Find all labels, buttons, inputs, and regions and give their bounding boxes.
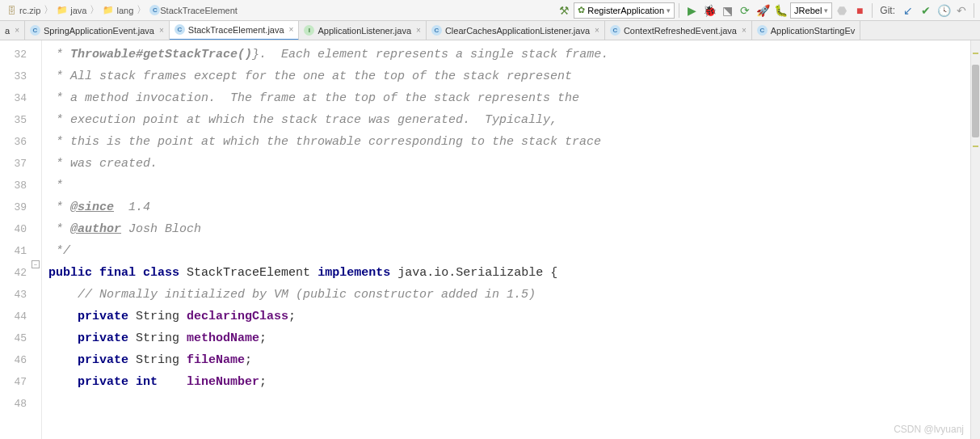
class-icon: C	[610, 25, 620, 36]
chevron-right-icon: 〉	[90, 3, 99, 17]
class-icon: C	[757, 25, 768, 36]
breadcrumb-item-java[interactable]: 📁java	[54, 5, 89, 16]
line-number[interactable]: 47	[0, 371, 27, 393]
interface-icon: I	[304, 25, 314, 36]
line-number[interactable]: 33	[0, 65, 27, 87]
spring-icon: ✿	[578, 5, 585, 15]
vertical-scrollbar[interactable]	[970, 40, 980, 439]
debug-icon[interactable]: 🐞	[701, 2, 717, 19]
line-number[interactable]: 45	[0, 327, 27, 349]
line-number[interactable]: 40	[0, 218, 27, 240]
scrollbar-marker[interactable]	[973, 53, 978, 54]
jrebel-dropdown[interactable]: JRebel ▾	[790, 2, 832, 19]
watermark: CSDN @lvyuanj	[894, 424, 964, 435]
breadcrumb[interactable]: 🗄rc.zip 〉 📁java 〉 📁lang 〉 CStackTraceEle…	[3, 3, 240, 17]
fold-icon[interactable]: –	[32, 260, 40, 268]
git-commit-icon[interactable]: ✔	[918, 2, 934, 19]
line-number[interactable]: 36	[0, 131, 27, 153]
tab-context-refreshed-event[interactable]: CContextRefreshedEvent.java×	[605, 21, 752, 40]
scrollbar-marker[interactable]	[973, 146, 978, 147]
tab-application-listener[interactable]: IApplicationListener.java×	[299, 21, 426, 40]
attach-icon[interactable]: ⬣	[834, 2, 850, 19]
breadcrumb-item-class[interactable]: CStackTraceElement	[147, 5, 240, 15]
tab-clear-caches-listener[interactable]: CClearCachesApplicationListener.java×	[427, 21, 605, 40]
editor: 32 33 34 35 36 37 38 39 40 41 42 43 44 4…	[0, 40, 980, 439]
chevron-down-icon: ▾	[824, 6, 828, 15]
hammer-icon[interactable]: ⚒	[556, 2, 572, 19]
class-icon: C	[431, 25, 442, 36]
run-icon[interactable]: ▶	[683, 2, 700, 19]
line-number[interactable]: 46	[0, 349, 27, 371]
line-gutter[interactable]: 32 33 34 35 36 37 38 39 40 41 42 43 44 4…	[0, 40, 42, 439]
code-area[interactable]: * Throwable#getStackTrace()}. Each eleme…	[42, 40, 980, 439]
line-number[interactable]: 32	[0, 44, 27, 65]
line-number[interactable]: 42	[0, 262, 27, 284]
git-label: Git:	[877, 5, 898, 16]
class-icon: C	[175, 24, 185, 35]
line-number[interactable]: 38	[0, 175, 27, 196]
line-number[interactable]: 37	[0, 153, 27, 175]
run-config-dropdown[interactable]: ✿ RegisterApplication ▾	[574, 2, 675, 19]
breadcrumb-item-rczip[interactable]: 🗄rc.zip	[3, 5, 43, 16]
line-number[interactable]: 39	[0, 196, 27, 218]
git-update-icon[interactable]: ↙	[900, 2, 916, 19]
tab-spring-application-event[interactable]: CSpringApplicationEvent.java×	[25, 21, 170, 40]
chevron-right-icon: 〉	[137, 3, 146, 17]
line-number[interactable]: 48	[0, 393, 27, 415]
tab-partial-left[interactable]: a×	[0, 21, 25, 40]
line-number[interactable]: 41	[0, 240, 27, 262]
scrollbar-thumb[interactable]	[972, 65, 979, 137]
main-toolbar: 🗄rc.zip 〉 📁java 〉 📁lang 〉 CStackTraceEle…	[0, 0, 980, 21]
folder-icon: 📁	[57, 5, 68, 16]
stop-icon[interactable]: ■	[852, 2, 868, 19]
coverage-icon[interactable]: ⬔	[719, 2, 735, 19]
close-icon[interactable]: ×	[159, 26, 164, 35]
close-icon[interactable]: ×	[15, 26, 19, 35]
line-number[interactable]: 43	[0, 284, 27, 306]
chevron-down-icon: ▾	[667, 6, 671, 15]
close-icon[interactable]: ×	[595, 26, 599, 35]
archive-icon: 🗄	[6, 5, 17, 16]
line-number[interactable]: 35	[0, 109, 27, 131]
tab-application-starting[interactable]: CApplicationStartingEv	[752, 21, 861, 40]
tab-stack-trace-element[interactable]: CStackTraceElement.java×	[170, 21, 300, 40]
line-number[interactable]: 44	[0, 306, 27, 327]
class-icon: C	[149, 5, 160, 15]
line-number[interactable]: 34	[0, 87, 27, 109]
folder-icon: 📁	[103, 5, 114, 16]
close-icon[interactable]: ×	[742, 26, 747, 35]
editor-tabs: a× CSpringApplicationEvent.java× CStackT…	[0, 21, 980, 40]
chevron-right-icon: 〉	[44, 3, 53, 17]
class-icon: C	[30, 25, 40, 36]
jrebel-run-icon[interactable]: 🚀	[755, 2, 771, 19]
close-icon[interactable]: ×	[289, 25, 294, 34]
jrebel-debug-icon[interactable]: 🐛	[772, 2, 789, 19]
profile-icon[interactable]: ⟳	[737, 2, 753, 19]
git-history-icon[interactable]: 🕓	[936, 2, 952, 19]
git-revert-icon[interactable]: ↶	[953, 2, 969, 19]
close-icon[interactable]: ×	[416, 26, 421, 35]
breadcrumb-item-lang[interactable]: 📁lang	[100, 5, 136, 16]
